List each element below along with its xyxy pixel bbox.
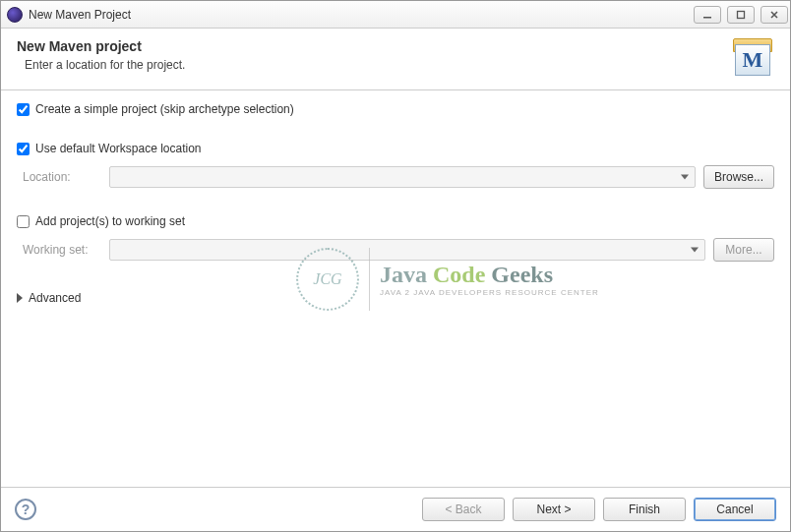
maven-folder-icon: M: [731, 38, 774, 78]
content-area: Create a simple project (skip archetype …: [1, 90, 790, 487]
svg-rect-1: [738, 11, 745, 18]
window-title: New Maven Project: [29, 8, 694, 22]
dropdown-caret-icon: [691, 248, 699, 253]
advanced-expander[interactable]: Advanced: [17, 291, 774, 305]
default-workspace-checkbox-row: Use default Workspace location: [17, 142, 774, 155]
working-set-checkbox[interactable]: [17, 215, 30, 228]
location-row: Location: Browse...: [23, 165, 774, 189]
button-bar: ? < Back Next > Finish Cancel: [1, 487, 790, 531]
finish-button[interactable]: Finish: [603, 498, 686, 521]
minimize-button[interactable]: [694, 6, 721, 24]
location-combo: [109, 166, 696, 188]
simple-project-label[interactable]: Create a simple project (skip archetype …: [35, 102, 294, 116]
page-description: Enter a location for the project.: [17, 58, 719, 72]
next-button[interactable]: Next >: [513, 498, 595, 521]
working-set-checkbox-row: Add project(s) to working set: [17, 214, 774, 228]
cancel-button[interactable]: Cancel: [694, 498, 776, 521]
working-set-combo: [109, 239, 705, 261]
simple-project-checkbox-row: Create a simple project (skip archetype …: [17, 102, 774, 116]
eclipse-icon: [7, 7, 23, 23]
close-button[interactable]: [761, 6, 788, 24]
default-workspace-label[interactable]: Use default Workspace location: [35, 142, 202, 155]
working-set-row: Working set: More...: [23, 238, 774, 262]
working-set-field-label: Working set:: [23, 243, 101, 257]
simple-project-checkbox[interactable]: [17, 103, 30, 116]
svg-rect-0: [703, 17, 711, 19]
more-button[interactable]: More...: [713, 238, 774, 262]
page-title: New Maven project: [17, 38, 719, 54]
location-label: Location:: [23, 170, 101, 184]
working-set-label[interactable]: Add project(s) to working set: [35, 214, 185, 228]
titlebar: New Maven Project: [1, 1, 790, 29]
default-workspace-checkbox[interactable]: [17, 143, 30, 155]
expand-caret-icon: [17, 293, 23, 303]
dropdown-caret-icon: [681, 175, 689, 180]
browse-button[interactable]: Browse...: [703, 165, 774, 189]
wizard-header: New Maven project Enter a location for t…: [1, 29, 790, 90]
advanced-label: Advanced: [29, 291, 81, 305]
back-button[interactable]: < Back: [422, 498, 505, 521]
help-button[interactable]: ?: [15, 499, 36, 520]
window-controls: [694, 6, 788, 24]
maximize-button[interactable]: [727, 6, 755, 24]
